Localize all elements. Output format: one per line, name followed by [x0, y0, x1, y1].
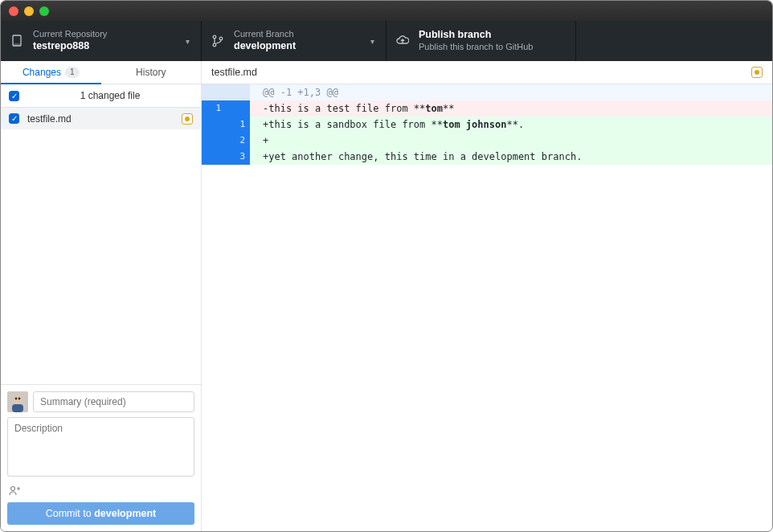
- diff-code: -this is a test file from **tom**: [258, 100, 772, 117]
- svg-rect-7: [12, 404, 23, 412]
- add-coauthor-button[interactable]: [7, 481, 194, 497]
- svg-point-6: [14, 395, 22, 403]
- commit-button-prefix: Commit to: [46, 508, 94, 519]
- old-line-number: [202, 117, 226, 133]
- diff-code: +this is a sandbox file from **tom johns…: [258, 117, 772, 133]
- commit-form: Commit to development: [1, 384, 201, 531]
- commit-summary-input[interactable]: [33, 391, 194, 412]
- branch-icon: [211, 34, 226, 48]
- svg-point-10: [11, 487, 15, 491]
- modified-status-icon: [182, 113, 193, 125]
- diff-code: +yet another change, this time in a deve…: [258, 149, 772, 165]
- tab-changes-label: Changes: [22, 67, 61, 78]
- titlebar: [1, 1, 772, 21]
- file-name: testfile.md: [27, 113, 174, 125]
- window-close-button[interactable]: [9, 6, 18, 16]
- toolbar: Current Repository testrepo888 ▾ Current…: [1, 21, 772, 61]
- old-line-number: [202, 149, 226, 165]
- publish-title: Publish branch: [419, 29, 566, 42]
- diff-header: testfile.md: [202, 61, 772, 84]
- tab-changes[interactable]: Changes 1: [1, 61, 101, 84]
- commit-button-branch: development: [94, 508, 156, 519]
- svg-point-8: [15, 398, 18, 400]
- file-checkbox[interactable]: ✓: [9, 113, 19, 124]
- svg-point-4: [219, 37, 223, 40]
- chevron-down-icon: ▾: [186, 37, 190, 46]
- window-minimize-button[interactable]: [24, 6, 34, 16]
- window-zoom-button[interactable]: [39, 6, 49, 16]
- new-line-number: 2: [226, 133, 250, 149]
- tab-history[interactable]: History: [101, 61, 202, 84]
- chevron-down-icon: ▾: [370, 37, 374, 46]
- svg-point-3: [213, 43, 216, 47]
- tab-history-label: History: [136, 67, 166, 78]
- publish-branch-button[interactable]: Publish branch Publish this branch to Gi…: [386, 21, 576, 61]
- avatar: [7, 391, 28, 412]
- main-area: Changes 1 History ✓ 1 changed file ✓ tes…: [1, 61, 772, 531]
- branch-label: Current Branch: [234, 29, 376, 40]
- sidebar-tabs: Changes 1 History: [1, 61, 201, 84]
- diff-file-name: testfile.md: [211, 67, 751, 78]
- current-repository-dropdown[interactable]: Current Repository testrepo888 ▾: [1, 21, 202, 61]
- commit-description-input[interactable]: [7, 417, 194, 477]
- select-all-checkbox[interactable]: ✓: [9, 91, 19, 101]
- svg-rect-1: [13, 43, 21, 46]
- svg-point-2: [213, 35, 216, 39]
- changed-files-summary: ✓ 1 changed file: [1, 84, 201, 108]
- new-line-number: [226, 100, 250, 117]
- changes-count-badge: 1: [65, 67, 80, 78]
- publish-subtitle: Publish this branch to GitHub: [419, 42, 566, 53]
- app-window: Current Repository testrepo888 ▾ Current…: [0, 0, 773, 532]
- diff-line[interactable]: 1+this is a sandbox file from **tom john…: [202, 117, 772, 133]
- old-line-number: [202, 133, 226, 149]
- hunk-text: @@ -1 +1,3 @@: [258, 84, 772, 100]
- diff-hunk-header: @@ -1 +1,3 @@: [202, 84, 772, 100]
- commit-button[interactable]: Commit to development: [7, 502, 194, 525]
- cloud-upload-icon: [396, 34, 411, 48]
- current-branch-dropdown[interactable]: Current Branch development ▾: [202, 21, 386, 61]
- repo-name: testrepo888: [33, 40, 191, 53]
- new-line-number: 1: [226, 117, 250, 133]
- diff-panel: testfile.md @@ -1 +1,3 @@ 1-this is a te…: [202, 61, 772, 531]
- diff-body[interactable]: @@ -1 +1,3 @@ 1-this is a test file from…: [202, 84, 772, 531]
- diff-code: +: [258, 133, 772, 149]
- repo-icon: [10, 34, 25, 48]
- sidebar: Changes 1 History ✓ 1 changed file ✓ tes…: [1, 61, 202, 531]
- changed-files-count: 1 changed file: [27, 90, 193, 101]
- repo-label: Current Repository: [33, 29, 191, 40]
- branch-name: development: [234, 40, 376, 53]
- diff-line[interactable]: 1-this is a test file from **tom**: [202, 100, 772, 117]
- modified-status-icon: [751, 67, 763, 78]
- svg-point-9: [18, 398, 21, 400]
- old-line-number: 1: [202, 100, 226, 117]
- diff-line[interactable]: 2+: [202, 133, 772, 149]
- toolbar-spacer: [576, 21, 772, 61]
- diff-line[interactable]: 3+yet another change, this time in a dev…: [202, 149, 772, 165]
- new-line-number: 3: [226, 149, 250, 165]
- file-row[interactable]: ✓ testfile.md: [1, 108, 201, 129]
- file-list: ✓ testfile.md: [1, 108, 201, 384]
